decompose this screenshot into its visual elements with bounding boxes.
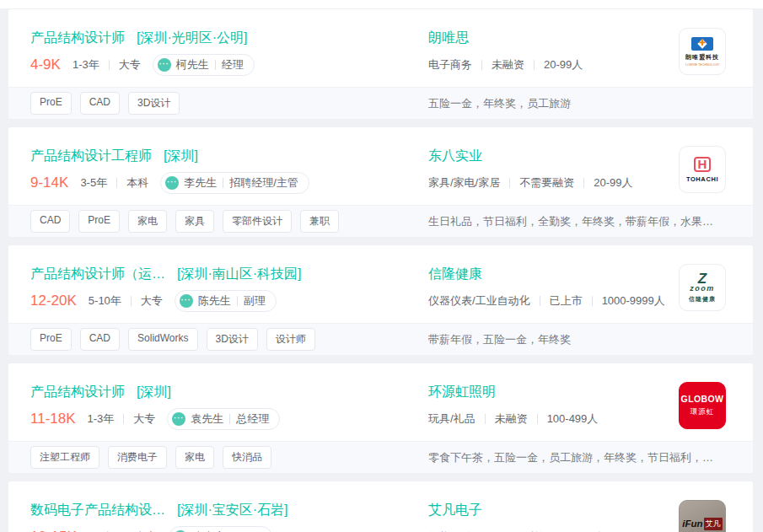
job-title-link[interactable]: 数码电子产品结构设… (30, 502, 165, 517)
company-logo[interactable]: H TOHACHI (679, 146, 726, 193)
recruiter-pill[interactable]: ··· 李先生 招聘经理/主管 (160, 172, 309, 194)
job-tag: ProE (30, 92, 72, 115)
recruiter-pill[interactable]: ··· 袁先生 总经理 (167, 408, 280, 430)
job-card-footer: 注塑工程师消费电子家电快消品 零食下午茶，五险一金，员工旅游，年终奖，节日福利，… (8, 441, 753, 473)
experience: 3-5年 (80, 175, 107, 191)
job-location[interactable]: [深圳] (164, 148, 198, 163)
job-tag: 快消品 (223, 446, 271, 469)
job-card-main: 产品结构设计工程师[深圳] 9-14K 3-5年 本科 ··· 李先生 招聘经理… (8, 127, 753, 205)
job-title-link[interactable]: 产品结构设计工程师 (30, 148, 152, 163)
job-tag: 零部件设计 (223, 210, 292, 233)
top-strip (0, 0, 763, 8)
logo-subtext: 艾凡 (704, 518, 723, 530)
recruiter-name: 柯先生 (176, 57, 209, 73)
zoom-z-icon: Z (698, 272, 707, 285)
divider (116, 178, 117, 188)
chat-bubble-icon: ··· (172, 412, 185, 426)
job-list: 产品结构设计师[深圳·光明区·公明] 4-9K 1-3年 大专 ··· 柯先生 … (0, 8, 763, 532)
job-tag: 家具 (175, 210, 214, 233)
logo-subtext: 環源虹 (690, 407, 715, 417)
job-tag: ProE (30, 328, 72, 351)
job-tag: CAD (30, 210, 70, 233)
divider (540, 296, 540, 306)
job-card-main: 产品结构设计师[深圳] 11-18K 1-3年 大专 ··· 袁先生 总经理 (8, 363, 753, 441)
company-name-link[interactable]: 艾凡电子 (428, 502, 482, 517)
company-name-link[interactable]: 朗唯思 (428, 30, 469, 45)
tag-list: ProECAD3D设计 (30, 92, 428, 115)
job-title-link[interactable]: 产品结构设计师（运… (30, 266, 165, 281)
job-card[interactable]: 产品结构设计师[深圳] 11-18K 1-3年 大专 ··· 袁先生 总经理 (8, 363, 753, 473)
job-card[interactable]: 产品结构设计工程师[深圳] 9-14K 3-5年 本科 ··· 李先生 招聘经理… (8, 127, 753, 237)
company-logo[interactable]: GLOBOW 環源虹 (679, 382, 726, 429)
company-logo[interactable]: ✚ 朗唯盟科技 LOWVIE TECHNOLOGY (679, 28, 726, 75)
job-tag: CAD (80, 92, 120, 115)
company-name-link[interactable]: 环源虹照明 (428, 384, 496, 399)
recruiter-role: 招聘经理/主管 (229, 175, 298, 191)
job-info-column: 产品结构设计师[深圳·光明区·公明] 4-9K 1-3年 大专 ··· 柯先生 … (30, 30, 428, 87)
job-card[interactable]: 产品结构设计师[深圳·光明区·公明] 4-9K 1-3年 大专 ··· 柯先生 … (8, 9, 753, 119)
recruiter-pill[interactable]: ··· 张先生 CEO (169, 526, 272, 532)
recruiter-role: 总经理 (236, 411, 269, 427)
job-tag: 3D设计 (128, 92, 180, 115)
job-info-column: 数码电子产品结构设…[深圳·宝安区·石岩] 10-15K 3-5年 大专 ···… (30, 502, 428, 532)
recruiter-pill[interactable]: ··· 柯先生 经理 (153, 54, 255, 76)
salary: 11-18K (30, 411, 76, 427)
tohachi-h-icon: H (694, 157, 712, 172)
divider (481, 60, 482, 70)
recruiter-role: 副理 (244, 293, 266, 309)
logo-text: 朗唯盟科技 (685, 53, 719, 62)
job-location[interactable]: [深圳] (137, 384, 171, 399)
job-tag: ProE (78, 210, 120, 233)
company-logo[interactable]: Z zoom 信隆健康 (679, 264, 726, 311)
welfare-text: 生日礼品，节日福利，全勤奖，年终奖，带薪年假，水果… (428, 214, 753, 229)
divider (509, 178, 510, 188)
education: 大专 (133, 411, 155, 427)
divider (109, 60, 110, 70)
job-card[interactable]: 产品结构设计师（运…[深圳·南山区·科技园] 12-20K 5-10年 大专 ·… (8, 245, 753, 355)
divider (229, 414, 230, 424)
job-location[interactable]: [深圳·南山区·科技园] (177, 266, 302, 281)
job-card-main: 产品结构设计师[深圳·光明区·公明] 4-9K 1-3年 大专 ··· 柯先生 … (8, 9, 753, 87)
company-name-link[interactable]: 信隆健康 (428, 266, 482, 281)
logo-subtext: 信隆健康 (689, 295, 716, 304)
logo-text: TOHACHI (686, 175, 718, 183)
chat-bubble-icon: ··· (165, 176, 179, 190)
company-info-column: 环源虹照明 玩具/礼品 未融资 100-499人 (428, 384, 679, 441)
education: 大专 (119, 57, 141, 73)
education: 本科 (126, 175, 148, 191)
experience: 5-10年 (89, 293, 121, 309)
experience: 1-3年 (73, 57, 99, 73)
company-industry: 仪器仪表/工业自动化 (428, 293, 530, 309)
logo-subtext: LOWVIE TECHNOLOGY (685, 62, 719, 67)
recruiter-name: 陈先生 (198, 293, 231, 309)
job-tag: 消费电子 (108, 446, 167, 469)
job-card[interactable]: 数码电子产品结构设…[深圳·宝安区·石岩] 10-15K 3-5年 大专 ···… (8, 481, 753, 532)
company-scale: 20-99人 (594, 175, 632, 191)
welfare-text: 零食下午茶，五险一金，员工旅游，年终奖，节日福利，… (428, 450, 753, 465)
job-title-link[interactable]: 产品结构设计师 (30, 384, 125, 399)
divider (237, 296, 238, 306)
company-logo[interactable]: iFun艾凡 (679, 500, 726, 532)
globow-logo-text: GLOBOW (681, 394, 724, 404)
job-tag: 设计师 (266, 328, 315, 351)
divider (534, 60, 535, 70)
company-scale: 100-499人 (547, 411, 599, 427)
job-info-column: 产品结构设计师[深圳] 11-18K 1-3年 大专 ··· 袁先生 总经理 (30, 384, 428, 441)
divider (223, 178, 223, 188)
job-tag: 注塑工程师 (30, 446, 99, 469)
company-industry: 玩具/礼品 (428, 411, 476, 427)
recruiter-pill[interactable]: ··· 陈先生 副理 (175, 290, 277, 312)
company-name-link[interactable]: 东八实业 (428, 148, 482, 163)
job-location[interactable]: [深圳·光明区·公明] (137, 30, 248, 45)
job-location[interactable]: [深圳·宝安区·石岩] (177, 502, 288, 517)
job-card-main: 数码电子产品结构设…[深圳·宝安区·石岩] 10-15K 3-5年 大专 ···… (8, 481, 753, 532)
job-title-link[interactable]: 产品结构设计师 (30, 30, 125, 45)
recruiter-name: 李先生 (184, 175, 217, 191)
job-tag: 3D设计 (207, 328, 258, 351)
education: 大专 (141, 293, 163, 309)
ifun-logo-text: iFun (682, 519, 702, 529)
tag-list: 注塑工程师消费电子家电快消品 (30, 446, 428, 469)
job-tag: 家电 (175, 446, 214, 469)
job-card-footer: ProECADSolidWorks3D设计设计师 带薪年假，五险一金，年终奖 (8, 323, 753, 355)
divider (123, 414, 124, 424)
